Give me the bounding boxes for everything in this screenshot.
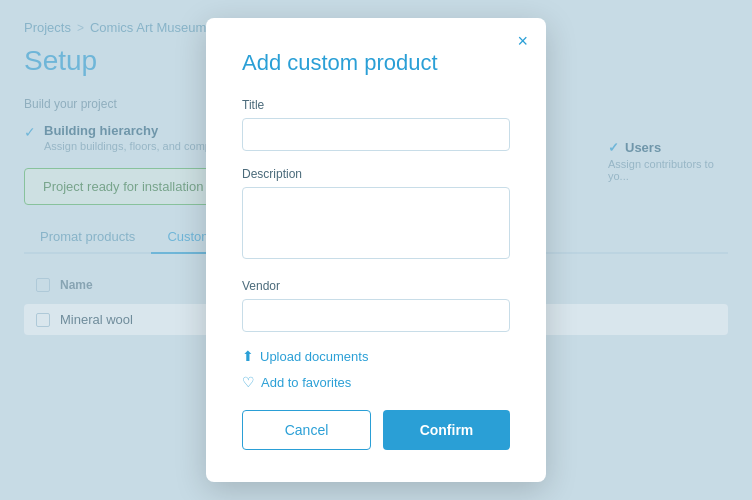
heart-icon: ♡ <box>242 374 255 390</box>
description-textarea[interactable] <box>242 187 510 259</box>
modal-title: Add custom product <box>242 50 510 76</box>
confirm-button[interactable]: Confirm <box>383 410 510 450</box>
title-field-group: Title <box>242 98 510 151</box>
vendor-field-group: Vendor <box>242 279 510 332</box>
modal-actions: Cancel Confirm <box>242 410 510 450</box>
upload-icon: ⬆ <box>242 348 254 364</box>
vendor-input[interactable] <box>242 299 510 332</box>
title-label: Title <box>242 98 510 112</box>
description-label: Description <box>242 167 510 181</box>
favorites-label: Add to favorites <box>261 375 351 390</box>
upload-label: Upload documents <box>260 349 368 364</box>
description-field-group: Description <box>242 167 510 263</box>
modal-overlay: × Add custom product Title Description V… <box>0 0 752 500</box>
cancel-button[interactable]: Cancel <box>242 410 371 450</box>
modal-close-button[interactable]: × <box>517 32 528 50</box>
upload-documents-link[interactable]: ⬆ Upload documents <box>242 348 510 364</box>
modal-add-custom-product: × Add custom product Title Description V… <box>206 18 546 482</box>
add-to-favorites-link[interactable]: ♡ Add to favorites <box>242 374 510 390</box>
title-input[interactable] <box>242 118 510 151</box>
vendor-label: Vendor <box>242 279 510 293</box>
